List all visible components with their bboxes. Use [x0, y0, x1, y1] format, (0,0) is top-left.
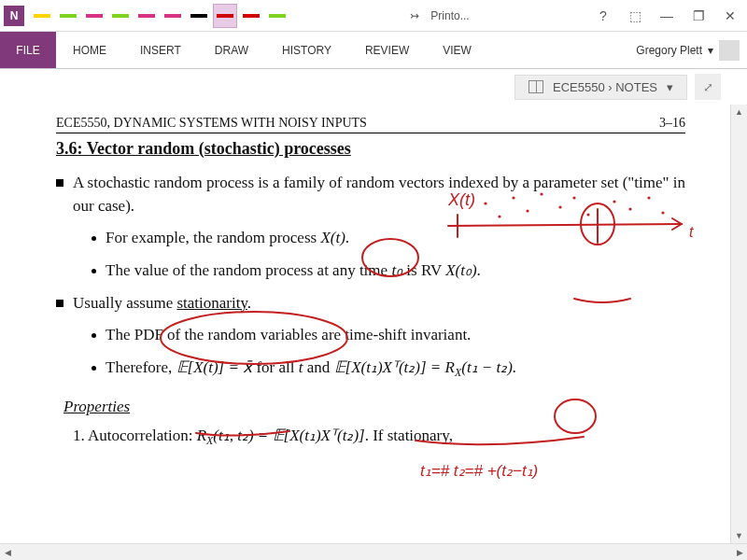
file-tab[interactable]: FILE: [0, 32, 56, 68]
close-button[interactable]: ✕: [717, 5, 743, 27]
notebook-icon: [529, 80, 543, 93]
properties-heading: Properties: [63, 398, 685, 416]
bullet-1a: For example, the random process X(t).: [92, 227, 685, 250]
overflow-icon[interactable]: ↣: [410, 9, 419, 22]
pen-green-2[interactable]: [108, 4, 133, 28]
header-right: 3–16: [659, 116, 685, 131]
vertical-scrollbar[interactable]: ▲ ▼: [730, 105, 747, 543]
bullet-2a: The PDF of the random variables are time…: [92, 324, 685, 347]
help-button[interactable]: ?: [590, 5, 616, 27]
bullet-2-text: Usually assume stationarity.: [73, 292, 251, 315]
dot-bullet-icon: [92, 236, 96, 241]
title-center: ↣ Printo...: [289, 9, 590, 22]
fullscreen-button[interactable]: ⤢: [695, 74, 721, 100]
pen-tools: [30, 4, 289, 28]
square-bullet-icon: [56, 300, 63, 307]
document-title: Printo...: [430, 9, 469, 22]
bullet-1a-text: For example, the random process X(t).: [106, 227, 349, 250]
pen-green-3[interactable]: [265, 4, 289, 28]
scroll-track[interactable]: [15, 544, 732, 560]
window-controls: ? ⬚ — ❐ ✕: [590, 5, 743, 27]
pen-red-selected[interactable]: [213, 4, 237, 28]
page-content[interactable]: ECE5550, DYNAMIC SYSTEMS WITH NOISY INPU…: [0, 105, 730, 543]
tab-view[interactable]: VIEW: [426, 32, 488, 68]
breadcrumb-bar: ECE5550 › NOTES ▾ ⤢: [0, 69, 747, 105]
pen-pink-1[interactable]: [82, 4, 106, 28]
doc-header: ECE5550, DYNAMIC SYSTEMS WITH NOISY INPU…: [56, 116, 685, 133]
pen-yellow[interactable]: [30, 4, 54, 28]
bullet-2b-text: Therefore, 𝔼[X(t)] = x̄ for all t and 𝔼[…: [106, 357, 516, 382]
scroll-right-button[interactable]: ▶: [732, 544, 747, 560]
ribbon-tabs: FILE HOME INSERT DRAW HISTORY REVIEW VIE…: [0, 32, 747, 69]
scroll-left-button[interactable]: ◀: [0, 544, 15, 560]
title-bar: N ↣ Printo... ? ⬚ — ❐ ✕: [0, 0, 747, 32]
pen-green-1[interactable]: [56, 4, 80, 28]
numbered-1: 1. Autocorrelation: RX(t₁, t₂) = 𝔼[X(t₁)…: [73, 426, 685, 448]
pen-black[interactable]: [187, 4, 211, 28]
dot-bullet-icon: [92, 269, 96, 273]
user-menu[interactable]: Gregory Plett ▾: [636, 32, 747, 68]
touch-mode-button[interactable]: ⬚: [622, 5, 648, 27]
minimize-button[interactable]: —: [654, 5, 680, 27]
pen-pink-2[interactable]: [134, 4, 159, 28]
breadcrumb-caret-icon: ▾: [667, 80, 673, 94]
square-bullet-icon: [56, 179, 63, 187]
header-left: ECE5550, DYNAMIC SYSTEMS WITH NOISY INPU…: [56, 116, 367, 131]
bullet-2: Usually assume stationarity.: [56, 292, 685, 315]
bullet-1b: The value of the random process at any t…: [92, 259, 685, 283]
avatar: [719, 40, 740, 61]
user-name: Gregory Plett: [636, 44, 702, 57]
scroll-up-button[interactable]: ▲: [731, 105, 747, 119]
bullet-1: A stochastic random process is a family …: [56, 172, 685, 217]
tab-review[interactable]: REVIEW: [348, 32, 426, 68]
pen-red-2[interactable]: [239, 4, 263, 28]
horizontal-scrollbar[interactable]: ◀ ▶: [0, 543, 747, 560]
bullet-1b-text: The value of the random process at any t…: [106, 259, 481, 283]
dot-bullet-icon: [92, 366, 96, 371]
section-title: 3.6: Vector random (stochastic) processe…: [56, 139, 685, 159]
tab-draw[interactable]: DRAW: [198, 32, 265, 68]
pen-eraser[interactable]: [161, 4, 185, 28]
tab-history[interactable]: HISTORY: [265, 32, 348, 68]
dot-bullet-icon: [92, 333, 96, 338]
user-caret-icon: ▾: [708, 44, 713, 57]
tab-insert[interactable]: INSERT: [123, 32, 198, 68]
restore-button[interactable]: ❐: [685, 5, 712, 27]
bullet-2b: Therefore, 𝔼[X(t)] = x̄ for all t and 𝔼[…: [92, 357, 685, 382]
bullet-2a-text: The PDF of the random variables are time…: [106, 324, 471, 347]
breadcrumb[interactable]: ECE5550 › NOTES ▾: [514, 75, 687, 100]
bullet-1-text: A stochastic random process is a family …: [73, 172, 685, 217]
tab-home[interactable]: HOME: [56, 32, 123, 68]
breadcrumb-text: ECE5550 › NOTES: [553, 80, 657, 94]
app-icon: N: [4, 6, 24, 26]
scroll-down-button[interactable]: ▼: [731, 528, 747, 543]
